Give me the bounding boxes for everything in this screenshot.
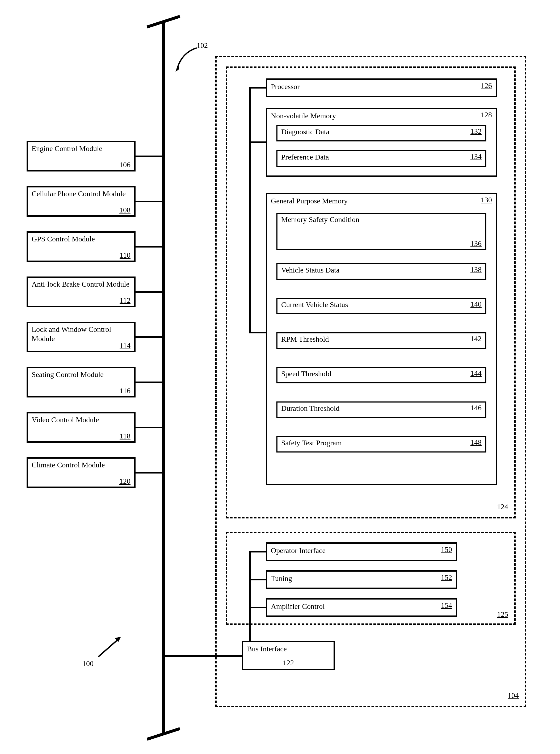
svg-line-1 — [98, 638, 120, 657]
module-connector — [136, 472, 162, 474]
sub-ref: 150 — [441, 545, 452, 554]
sub-ref: 140 — [471, 300, 482, 309]
gpmem-ref: 130 — [481, 196, 492, 204]
bus-interface-ref: 122 — [283, 658, 294, 667]
gpmem-label: General Purpose Memory — [271, 197, 348, 205]
sub-label: Memory Safety Condition — [281, 215, 359, 224]
group-124-ref: 124 — [497, 502, 508, 511]
nvmem-child-0: Diagnostic Data 132 — [276, 125, 486, 141]
container-104-ref: 104 — [508, 691, 519, 700]
gpmem-child-0: Memory Safety Condition 136 — [276, 213, 486, 250]
sub-ref: 144 — [471, 369, 482, 378]
module-label: Cellular Phone Control Module — [32, 189, 131, 198]
sub-ref: 136 — [471, 239, 482, 248]
sub-label: Amplifier Control — [271, 602, 325, 611]
sub-ref: 134 — [471, 152, 482, 161]
sub-ref: 146 — [471, 403, 482, 412]
module-ref: 114 — [120, 341, 131, 350]
module-label: GPS Control Module — [32, 234, 131, 243]
sub-label: Operator Interface — [271, 547, 325, 555]
sub-ref: 154 — [441, 601, 452, 610]
gpmem-child-4: Speed Threshold 144 — [276, 367, 486, 383]
sub-label: Tuning — [271, 574, 292, 582]
figure-ref: 100 — [82, 659, 94, 668]
sub-ref: 142 — [471, 335, 482, 343]
module-seating: Seating Control Module 116 — [26, 367, 136, 397]
module-connector — [136, 201, 162, 202]
module-ref: 110 — [120, 251, 131, 259]
processor-box: Processor 126 — [266, 78, 497, 97]
gpmem-child-2: Current Vehicle Status 140 — [276, 298, 486, 314]
module-ref: 118 — [120, 432, 131, 440]
module-connector — [136, 427, 162, 428]
figure-ref-arrow — [96, 635, 127, 662]
stub-152 — [249, 579, 266, 580]
module-engine-control: Engine Control Module 106 — [26, 141, 136, 172]
gpmem-child-3: RPM Threshold 142 — [276, 332, 486, 349]
sub-ref: 132 — [471, 127, 482, 136]
stub-gpmem — [249, 332, 266, 333]
module-connector — [136, 381, 162, 383]
spine-125 — [249, 551, 251, 641]
module-label: Lock and Window Control Module — [32, 325, 131, 343]
module-ref: 116 — [120, 386, 131, 395]
sub-ref: 138 — [471, 265, 482, 274]
module-label: Seating Control Module — [32, 370, 131, 379]
module-connector — [136, 246, 162, 247]
sub-ref: 148 — [471, 438, 482, 447]
g125-item-0: Operator Interface 150 — [266, 542, 457, 561]
module-ref: 108 — [119, 206, 131, 214]
sub-label: Diagnostic Data — [281, 127, 329, 136]
module-ref: 112 — [120, 296, 131, 305]
module-lock-window: Lock and Window Control Module 114 — [26, 322, 136, 352]
stub-150 — [249, 551, 266, 553]
nvmem-child-1: Preference Data 134 — [276, 150, 486, 167]
bus-interface-label: Bus Interface — [247, 645, 287, 653]
stub-processor — [249, 87, 266, 88]
module-label: Climate Control Module — [32, 460, 131, 470]
bus-ref: 102 — [197, 41, 208, 50]
gpmem-child-1: Vehicle Status Data 138 — [276, 263, 486, 280]
module-label: Engine Control Module — [32, 144, 131, 153]
sub-label: Speed Threshold — [281, 370, 331, 378]
module-connector — [136, 336, 162, 338]
gpmem-child-5: Duration Threshold 146 — [276, 401, 486, 418]
module-cellular-phone: Cellular Phone Control Module 108 — [26, 186, 136, 217]
sub-label: Safety Test Program — [281, 439, 342, 447]
stub-nvmem — [249, 141, 266, 143]
g125-item-2: Amplifier Control 154 — [266, 598, 457, 617]
module-connector — [136, 156, 162, 157]
module-gps: GPS Control Module 110 — [26, 231, 136, 262]
processor-label: Processor — [271, 82, 300, 91]
sub-label: Duration Threshold — [281, 404, 340, 412]
module-label: Video Control Module — [32, 415, 131, 424]
g125-item-1: Tuning 152 — [266, 570, 457, 589]
sub-ref: 152 — [441, 573, 452, 582]
group-125-ref: 125 — [497, 610, 508, 619]
gpmem-child-6: Safety Test Program 148 — [276, 436, 486, 453]
nvmem-ref: 128 — [481, 111, 492, 119]
module-label: Anti-lock Brake Control Module — [32, 279, 131, 289]
module-ref: 106 — [119, 161, 131, 169]
sub-label: RPM Threshold — [281, 335, 329, 343]
bus-interface-box: Bus Interface 122 — [242, 641, 335, 670]
nvmem-label: Non-volatile Memory — [271, 112, 336, 120]
bus-ref-arrow — [175, 45, 207, 77]
module-video: Video Control Module 118 — [26, 412, 136, 443]
spine-124 — [249, 87, 251, 333]
module-ref: 120 — [119, 477, 131, 485]
processor-ref: 126 — [481, 81, 492, 90]
sub-label: Preference Data — [281, 153, 329, 161]
sub-label: Current Vehicle Status — [281, 300, 348, 309]
bus-to-interface — [165, 655, 242, 657]
module-abs: Anti-lock Brake Control Module 112 — [26, 277, 136, 307]
sub-label: Vehicle Status Data — [281, 266, 339, 274]
module-connector — [136, 291, 162, 293]
module-climate: Climate Control Module 120 — [26, 457, 136, 488]
bus-line — [162, 21, 165, 734]
stub-154 — [249, 607, 266, 608]
